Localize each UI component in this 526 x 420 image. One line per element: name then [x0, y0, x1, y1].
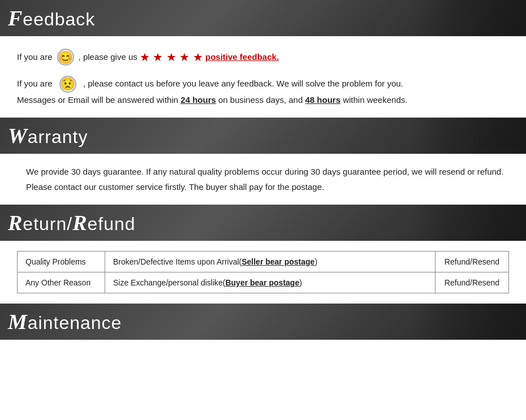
sad-feedback-block: If you are , please contact us before yo…: [17, 76, 509, 107]
within-weekends-text: within weekends.: [343, 95, 407, 105]
refund-header: Return/Refund: [0, 205, 526, 241]
quality-reason-text: Quality Problems: [25, 257, 86, 266]
refund-title-letter2: R: [72, 211, 87, 235]
sad-after-text: , please contact us before you leave any…: [83, 79, 403, 88]
feedback-header: Feedback: [0, 0, 526, 36]
warranty-title-letter: W: [8, 124, 28, 148]
sad-before-text: If you are: [17, 79, 53, 88]
other-desc-after: ): [299, 278, 302, 287]
other-action-cell: Refund/Resend: [436, 272, 509, 293]
happy-smiley-icon: [57, 49, 74, 66]
happy-before-text: If you are: [17, 51, 53, 64]
maintenance-header: Maintenance: [0, 304, 526, 340]
quality-desc-before: Broken/Defective Items upon Arrival(: [113, 257, 242, 266]
table-row: Any Other Reason Size Exchange/personal …: [18, 272, 509, 293]
on-business-text: on business days, and: [218, 95, 303, 105]
hours-24-text: 24 hours: [180, 95, 216, 105]
maintenance-title-rest: aintenance: [28, 313, 122, 333]
quality-action-cell: Refund/Resend: [436, 252, 509, 272]
star-icons: ★ ★ ★ ★ ★: [140, 49, 203, 66]
warranty-text: We provide 30 days guarantee. If any nat…: [26, 164, 509, 194]
quality-desc-after: ): [314, 257, 317, 266]
table-row: Quality Problems Broken/Defective Items …: [18, 252, 509, 272]
refund-table: Quality Problems Broken/Defective Items …: [17, 251, 509, 293]
maintenance-title-letter: M: [8, 310, 28, 334]
other-reason-text: Any Other Reason: [25, 278, 90, 287]
positive-feedback-link[interactable]: positive feedback.: [205, 51, 279, 64]
quality-problems-cell: Quality Problems: [18, 252, 105, 272]
refund-title-letter1: R: [8, 211, 23, 235]
sad-smiley-icon: [59, 76, 76, 93]
hours-48-text: 48 hours: [305, 95, 340, 105]
other-description-cell: Size Exchange/personal dislike(Buyer bea…: [105, 272, 436, 293]
feedback-title-letter: F: [8, 6, 23, 30]
other-action-text: Refund/Resend: [445, 278, 499, 287]
quality-desc-bold: Seller bear postage: [242, 257, 314, 266]
happy-feedback-line: If you are , please give us ★ ★ ★ ★ ★ po…: [17, 49, 509, 66]
quality-description-cell: Broken/Defective Items upon Arrival(Sell…: [105, 252, 436, 272]
warranty-header: Warranty: [0, 118, 526, 154]
warranty-title-rest: arranty: [28, 127, 88, 147]
feedback-title-rest: eedback: [23, 9, 95, 29]
response-line-text: Messages or Email will be answered withi…: [17, 95, 178, 105]
other-desc-bold: Buyer bear postage: [225, 278, 299, 287]
quality-action-text: Refund/Resend: [445, 257, 499, 266]
feedback-content: If you are , please give us ★ ★ ★ ★ ★ po…: [0, 36, 526, 118]
other-desc-before: Size Exchange/personal dislike(: [113, 278, 225, 287]
refund-title-rest1: eturn/: [23, 214, 72, 234]
warranty-content: We provide 30 days guarantee. If any nat…: [0, 154, 526, 205]
happy-after-text: , please give us: [79, 51, 137, 64]
other-reason-cell: Any Other Reason: [18, 272, 105, 293]
refund-title-rest2: efund: [88, 214, 136, 234]
